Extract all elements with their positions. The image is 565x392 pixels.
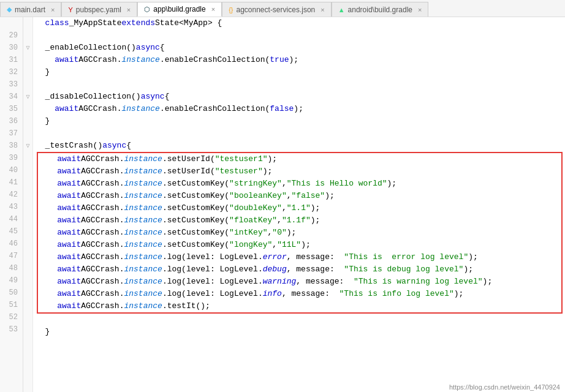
fold-32: [23, 66, 32, 78]
code-line-46: await AGCCrash.instance.setCustomKey("lo…: [38, 239, 561, 251]
fold-47: [23, 250, 32, 262]
ln-40: 40: [2, 164, 18, 176]
fold-52: [23, 311, 32, 323]
code-line-44: await AGCCrash.instance.setCustomKey("fl…: [38, 214, 561, 227]
tab-label: agconnect-services.json: [237, 6, 316, 14]
fold-38[interactable]: ▽: [23, 140, 32, 152]
ln-36: 36: [2, 115, 18, 127]
code-line-33: [36, 78, 565, 91]
code-line-51: await AGCCrash.instance.testIt();: [38, 300, 561, 312]
code-line-52: [36, 314, 565, 326]
ln-30: 30: [2, 42, 18, 54]
ln-53: 53: [2, 323, 18, 336]
fold-39: [23, 152, 32, 164]
code-line-38: _testCrash() async {: [36, 140, 565, 152]
dart-icon: ◆: [7, 6, 12, 13]
tab-label: pubspec.yaml: [76, 6, 121, 14]
code-line-42: await AGCCrash.instance.setCustomKey("bo…: [38, 190, 561, 202]
ln-48: 48: [2, 262, 18, 274]
fold-44: [23, 213, 32, 225]
code-line-45: await AGCCrash.instance.setCustomKey("in…: [38, 227, 561, 239]
code-line-53: }: [36, 326, 565, 338]
fold-37: [23, 127, 32, 140]
ln-50: 50: [2, 287, 18, 299]
status-url: https://blog.csdn.net/weixin_4470924: [449, 383, 560, 391]
fold-49: [23, 274, 32, 287]
selection-region: await AGCCrash.instance.setUserId("testu…: [37, 152, 563, 314]
ln-51: 51: [2, 299, 18, 311]
ln-44: 44: [2, 213, 18, 225]
code-line-28: class _MyAppState extends State<MyApp> {: [36, 17, 565, 29]
fold-33: [23, 78, 32, 91]
tab-close-main-dart[interactable]: ×: [51, 6, 55, 13]
fold-40: [23, 164, 32, 176]
code-line-31: await AGCCrash.instance.enableCrashColle…: [36, 54, 565, 66]
editor: 29 30 31 32 33 34 35 36 37 38 39 40 41 4…: [0, 17, 565, 392]
code-line-29: [36, 29, 565, 42]
json-icon: {}: [229, 6, 233, 13]
code-line-40: await AGCCrash.instance.setUserId("testu…: [38, 165, 561, 178]
ln-33: 33: [2, 78, 18, 91]
code-content[interactable]: class _MyAppState extends State<MyApp> {…: [33, 17, 565, 392]
yaml-icon: Y: [68, 6, 72, 13]
fold-48: [23, 262, 32, 274]
ln-39: 39: [2, 152, 18, 164]
tab-bar: ◆ main.dart × Y pubspec.yaml × ⬡ app\bui…: [0, 0, 565, 17]
tab-label: main.dart: [15, 6, 45, 14]
gradle-icon: ⬡: [144, 6, 150, 13]
ln-41: 41: [2, 176, 18, 189]
fold-53: [23, 323, 32, 336]
fold-28: [23, 17, 32, 29]
code-line-43: await AGCCrash.instance.setCustomKey("do…: [38, 202, 561, 214]
ln-45: 45: [2, 225, 18, 238]
fold-29: [23, 29, 32, 42]
tab-main-dart[interactable]: ◆ main.dart ×: [0, 2, 61, 17]
tab-agconnect-services[interactable]: {} agconnect-services.json ×: [222, 2, 332, 17]
ln-43: 43: [2, 201, 18, 213]
tab-close-app-gradle[interactable]: ×: [211, 6, 215, 13]
code-line-34: _disableCollection() async {: [36, 91, 565, 103]
ln-32: 32: [2, 66, 18, 78]
fold-43: [23, 201, 32, 213]
fold-36: [23, 115, 32, 127]
ln-46: 46: [2, 238, 18, 250]
fold-34[interactable]: ▽: [23, 91, 32, 103]
android-gradle-icon: ▲: [338, 6, 345, 13]
ln-34: 34: [2, 91, 18, 103]
tab-close-agconnect[interactable]: ×: [320, 6, 324, 13]
fold-50: [23, 287, 32, 299]
fold-51: [23, 299, 32, 311]
tab-android-build-gradle[interactable]: ▲ android\build.gradle ×: [332, 2, 429, 17]
line-numbers: 29 30 31 32 33 34 35 36 37 38 39 40 41 4…: [0, 17, 23, 392]
ln-38: 38: [2, 140, 18, 152]
tab-label: android\build.gradle: [348, 6, 412, 14]
code-line-35: await AGCCrash.instance.enableCrashColle…: [36, 103, 565, 115]
fold-31: [23, 54, 32, 66]
ln-42: 42: [2, 189, 18, 201]
fold-gutter: ▽ ▽ ▽: [23, 17, 33, 392]
tab-label: app\build.gradle: [153, 5, 205, 13]
tab-app-build-gradle[interactable]: ⬡ app\build.gradle ×: [137, 2, 222, 17]
code-line-49: await AGCCrash.instance.log(level: LogLe…: [38, 276, 561, 288]
code-line-50: await AGCCrash.instance.log(level: LogLe…: [38, 288, 561, 300]
fold-41: [23, 176, 32, 189]
fold-42: [23, 189, 32, 201]
fold-46: [23, 238, 32, 250]
code-line-47: await AGCCrash.instance.log(level: LogLe…: [38, 251, 561, 263]
tab-close-android-gradle[interactable]: ×: [418, 6, 422, 13]
ln-31: 31: [2, 54, 18, 66]
fold-45: [23, 225, 32, 238]
ln-29: 29: [2, 29, 18, 42]
code-line-41: await AGCCrash.instance.setCustomKey("st…: [38, 178, 561, 190]
code-line-32: }: [36, 66, 565, 78]
code-line-37: [36, 127, 565, 140]
ln-37: 37: [2, 127, 18, 140]
ln-28: [2, 17, 18, 29]
code-line-39: await AGCCrash.instance.setUserId("testu…: [38, 153, 561, 165]
code-line-30: _enableCollection() async {: [36, 42, 565, 54]
code-line-36: }: [36, 115, 565, 127]
tab-close-pubspec[interactable]: ×: [127, 6, 131, 13]
fold-30[interactable]: ▽: [23, 42, 32, 54]
tab-pubspec-yaml[interactable]: Y pubspec.yaml ×: [61, 2, 137, 17]
status-bar: https://blog.csdn.net/weixin_4470924: [444, 382, 565, 392]
